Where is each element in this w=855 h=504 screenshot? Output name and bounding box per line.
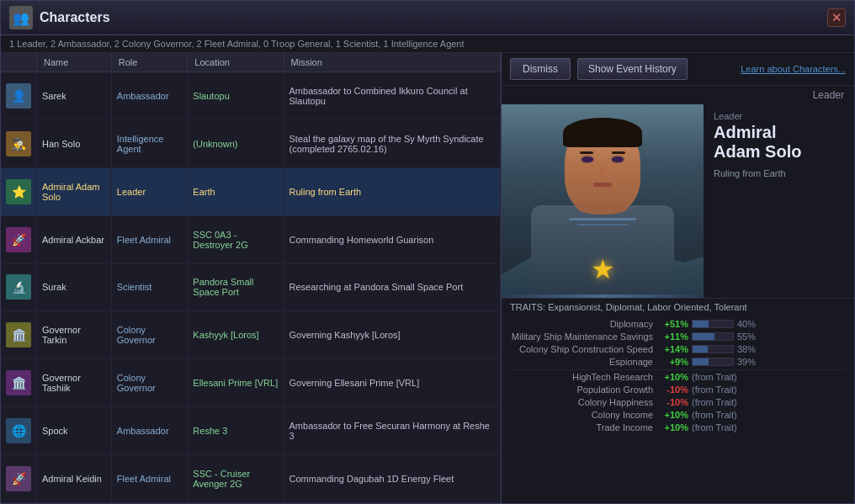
char-name-cell: Surak bbox=[37, 263, 112, 311]
char-name-cell: Admiral Ackbar bbox=[37, 215, 112, 263]
detail-status: Ruling from Earth bbox=[714, 168, 844, 178]
stat-row: Military Ship Maintenance Savings +11% 5… bbox=[510, 332, 846, 342]
detail-role-right: Leader bbox=[714, 111, 844, 121]
char-mission-cell: Researching at Pandora Small Space Port bbox=[284, 263, 500, 311]
detail-body: Leader bbox=[502, 86, 854, 503]
stat-note: (from Trait) bbox=[692, 422, 846, 432]
col-role: Role bbox=[111, 53, 188, 72]
character-table: Name Role Location Mission 👤 Sarek Ambas… bbox=[1, 53, 501, 503]
character-counts: 1 Leader, 2 Ambassador, 2 Colony Governo… bbox=[9, 39, 465, 49]
stat-note: 38% bbox=[737, 344, 846, 354]
subtitle-bar: 1 Leader, 2 Ambassador, 2 Colony Governo… bbox=[1, 35, 854, 53]
char-avatar-cell: 🚀 bbox=[1, 455, 37, 503]
stat-name-label: Colony Income bbox=[510, 410, 653, 420]
col-name: Name bbox=[37, 53, 112, 72]
stat-value: +10% bbox=[656, 372, 688, 382]
table-header-row: Name Role Location Mission bbox=[1, 53, 501, 72]
stat-note: (from Trait) bbox=[692, 410, 846, 420]
close-button[interactable]: ✕ bbox=[827, 8, 846, 27]
event-history-button[interactable]: Show Event History bbox=[577, 58, 688, 80]
char-role-cell: Ambassador bbox=[111, 72, 188, 120]
char-role-cell: Scientist bbox=[111, 263, 188, 311]
stat-value: -10% bbox=[656, 385, 688, 395]
traits-text: TRAITS: Expansionist, Diplomat, Labor Or… bbox=[510, 302, 747, 312]
table-row[interactable]: 🚀 Admiral Ackbar Fleet Admiral SSC 0A3 -… bbox=[1, 215, 501, 263]
stat-note: (from Trait) bbox=[692, 397, 846, 407]
char-avatar-cell: 🌐 bbox=[1, 407, 37, 455]
char-role-cell: Leader bbox=[111, 167, 188, 215]
stat-note: (from Trait) bbox=[692, 385, 846, 395]
char-name-cell: Sarek bbox=[37, 72, 112, 120]
detail-name: Admiral Adam Solo bbox=[714, 123, 844, 162]
characters-window: 👥 Characters ✕ 1 Leader, 2 Ambassador, 2… bbox=[0, 0, 855, 504]
char-role-cell: Colony Governor bbox=[111, 311, 188, 359]
table-row[interactable]: 🚀 Admiral Keidin Fleet Admiral SSC - Cru… bbox=[1, 455, 501, 503]
col-mission: Mission bbox=[284, 53, 500, 72]
table-row[interactable]: 🏛️ Governor Tarkin Colony Governor Kashy… bbox=[1, 311, 501, 359]
table-row[interactable]: 🕵️ Han Solo Intelligence Agent (Unknown)… bbox=[1, 119, 501, 167]
table-row[interactable]: 🔬 Surak Scientist Pandora Small Space Po… bbox=[1, 263, 501, 311]
table-row[interactable]: 🌐 Spock Ambassador Reshe 3 Ambassador to… bbox=[1, 407, 501, 455]
character-portrait: ★ bbox=[502, 104, 704, 298]
char-location-cell: Earth bbox=[188, 167, 284, 215]
table-row[interactable]: ⭐ Admiral Adam Solo Leader Earth Ruling … bbox=[1, 167, 501, 215]
char-location-cell: Pandora Small Space Port bbox=[188, 263, 284, 311]
stat-bar bbox=[692, 358, 734, 366]
char-name-cell: Han Solo bbox=[37, 119, 112, 167]
stat-row: Colony Ship Construction Speed +14% 38% bbox=[510, 344, 846, 354]
stat-name-label: Diplomacy bbox=[510, 319, 653, 329]
stat-value: -10% bbox=[656, 397, 688, 407]
char-avatar-cell: 🏛️ bbox=[1, 359, 37, 407]
stat-value: +51% bbox=[656, 319, 688, 329]
stat-name-label: Colony Happiness bbox=[510, 397, 653, 407]
char-location-cell: Reshe 3 bbox=[188, 407, 284, 455]
detail-header: Dismiss Show Event History Learn about C… bbox=[502, 53, 854, 86]
character-detail-panel: Dismiss Show Event History Learn about C… bbox=[502, 53, 854, 503]
char-location-cell: SSC 0A3 - Destroyer 2G bbox=[188, 215, 284, 263]
table-row[interactable]: 👤 Sarek Ambassador Slautopu Ambassador t… bbox=[1, 72, 501, 120]
char-mission-cell: Ambassador to Combined Ikkuro Council at… bbox=[284, 72, 500, 120]
stat-row: Population Growth -10% (from Trait) bbox=[510, 385, 846, 395]
char-mission-cell: Commanding Dagubah 1D Energy Fleet bbox=[284, 455, 500, 503]
stat-bar bbox=[692, 320, 734, 328]
char-name-cell: Spock bbox=[37, 407, 112, 455]
char-avatar-cell: 🚀 bbox=[1, 215, 37, 263]
char-avatar-cell: 🔬 bbox=[1, 263, 37, 311]
stat-row: HighTech Research +10% (from Trait) bbox=[510, 372, 846, 382]
dismiss-button[interactable]: Dismiss bbox=[510, 58, 571, 80]
char-role-cell: Intelligence Agent bbox=[111, 119, 188, 167]
stats-grid: Diplomacy +51% 40% Military Ship Mainten… bbox=[502, 316, 854, 438]
table-row[interactable]: 🏛️ Governor Tashiik Colony Governor Elle… bbox=[1, 359, 501, 407]
stat-bar bbox=[692, 332, 734, 341]
stat-value: +14% bbox=[656, 344, 688, 354]
stat-row: Espionage +9% 39% bbox=[510, 357, 846, 367]
learn-link[interactable]: Learn about Characters... bbox=[741, 64, 846, 74]
stat-row: Trade Income +10% (from Trait) bbox=[510, 422, 846, 432]
rank-star-badge: ★ bbox=[591, 253, 615, 285]
title-left: 👥 Characters bbox=[9, 6, 110, 29]
col-location: Location bbox=[188, 53, 284, 72]
char-avatar-cell: ⭐ bbox=[1, 167, 37, 215]
title-bar: 👥 Characters ✕ bbox=[1, 1, 854, 35]
char-name-cell: Governor Tarkin bbox=[37, 311, 112, 359]
char-avatar-cell: 🏛️ bbox=[1, 311, 37, 359]
char-role-cell: Fleet Admiral bbox=[111, 455, 188, 503]
stat-bar bbox=[692, 345, 734, 353]
stat-name-label: Military Ship Maintenance Savings bbox=[510, 332, 653, 342]
window-icon: 👥 bbox=[9, 6, 33, 29]
char-mission-cell: Commanding Homeworld Guarison bbox=[284, 215, 500, 263]
stat-name-label: Espionage bbox=[510, 357, 653, 367]
char-mission-cell: Ruling from Earth bbox=[284, 167, 500, 215]
stat-note: 40% bbox=[737, 319, 846, 329]
stat-row: Diplomacy +51% 40% bbox=[510, 319, 846, 329]
char-location-cell: SSC - Cruiser Avenger 2G bbox=[188, 455, 284, 503]
char-role-cell: Fleet Admiral bbox=[111, 215, 188, 263]
stat-note: 55% bbox=[737, 332, 846, 342]
char-mission-cell: Steal the galaxy map of the Sy Myrth Syn… bbox=[284, 119, 500, 167]
char-avatar-cell: 🕵️ bbox=[1, 119, 37, 167]
char-location-cell: (Unknown) bbox=[188, 119, 284, 167]
stat-name-label: HighTech Research bbox=[510, 372, 653, 382]
stat-note: (from Trait) bbox=[692, 372, 846, 382]
char-mission-cell: Governing Kashyyk [Loros] bbox=[284, 311, 500, 359]
char-name-cell: Governor Tashiik bbox=[37, 359, 112, 407]
